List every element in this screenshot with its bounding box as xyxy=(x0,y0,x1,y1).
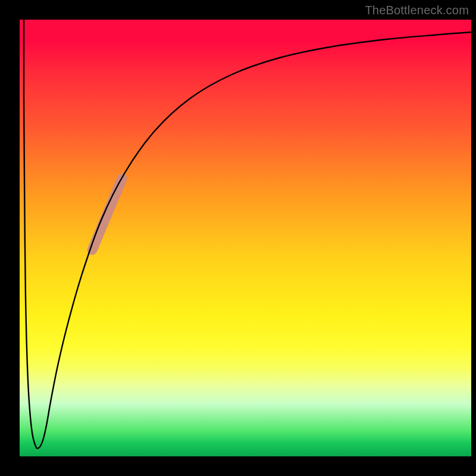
chart-curve-layer xyxy=(0,0,476,476)
chart-stage: TheBottleneck.com xyxy=(0,0,476,476)
highlight-segment xyxy=(92,178,122,250)
bottleneck-curve xyxy=(24,20,471,449)
attribution-text: TheBottleneck.com xyxy=(365,4,469,17)
